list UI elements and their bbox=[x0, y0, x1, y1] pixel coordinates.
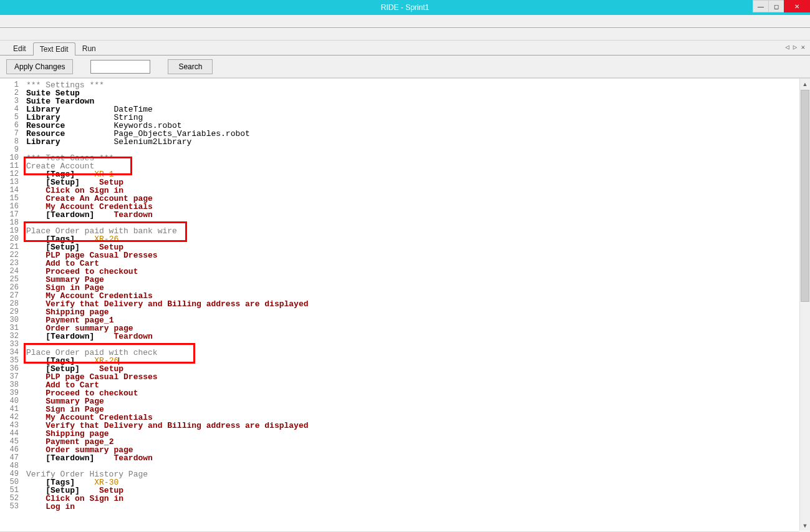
tab-next-icon[interactable]: ▷ bbox=[793, 43, 798, 51]
window-controls: — ◻ ✕ bbox=[753, 0, 810, 15]
maximize-button[interactable]: ◻ bbox=[768, 0, 784, 12]
tab-run[interactable]: Run bbox=[75, 42, 103, 55]
window-title: RIDE - Sprint1 bbox=[381, 3, 429, 12]
tabbar: Edit Text Edit Run ◁ ▷ ✕ bbox=[0, 41, 810, 56]
tab-edit[interactable]: Edit bbox=[6, 42, 33, 55]
code-area[interactable]: *** Settings *** Suite Setup Suite Teard… bbox=[22, 79, 810, 532]
scroll-up-icon[interactable]: ▲ bbox=[800, 79, 810, 89]
scroll-down-icon[interactable]: ▼ bbox=[800, 520, 810, 531]
toolbar: Apply Changes Search bbox=[0, 56, 810, 78]
search-input[interactable] bbox=[90, 60, 150, 74]
titlebar: RIDE - Sprint1 — ◻ ✕ bbox=[0, 0, 810, 15]
tab-nav: ◁ ▷ ✕ bbox=[785, 43, 805, 51]
menubar bbox=[0, 15, 810, 28]
toolbar-spacer bbox=[0, 28, 810, 41]
apply-changes-button[interactable]: Apply Changes bbox=[6, 59, 73, 74]
minimize-button[interactable]: — bbox=[753, 0, 769, 12]
editor: 1 2 3 4 5 6 7 8 9 10 11 12 13 14 15 16 1… bbox=[0, 78, 810, 532]
tab-text-edit[interactable]: Text Edit bbox=[33, 42, 75, 56]
vertical-scrollbar[interactable]: ▲ ▼ bbox=[799, 79, 810, 531]
tab-close-icon[interactable]: ✕ bbox=[801, 43, 805, 51]
line-gutter: 1 2 3 4 5 6 7 8 9 10 11 12 13 14 15 16 1… bbox=[0, 79, 22, 532]
vscroll-thumb[interactable] bbox=[801, 90, 809, 302]
search-button[interactable]: Search bbox=[168, 59, 213, 74]
close-button[interactable]: ✕ bbox=[784, 0, 810, 12]
tab-prev-icon[interactable]: ◁ bbox=[785, 43, 789, 51]
